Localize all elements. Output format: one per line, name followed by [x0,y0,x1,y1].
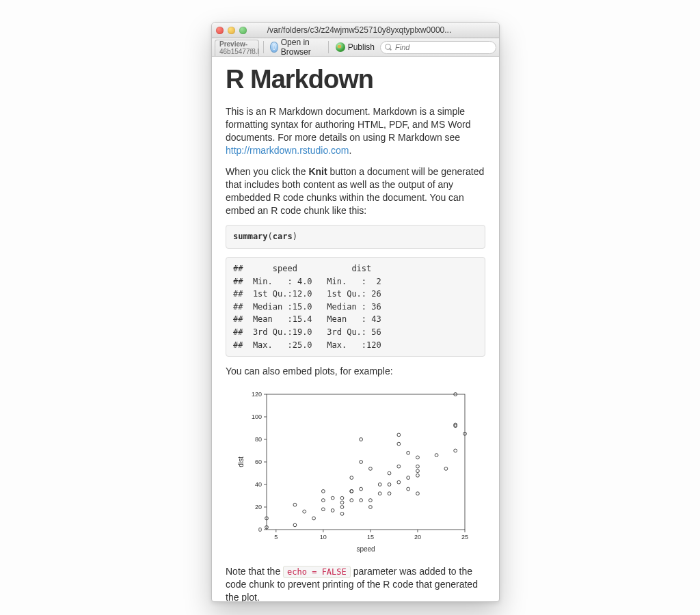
svg-point-42 [350,499,353,502]
svg-text:100: 100 [252,413,262,420]
rmarkdown-link[interactable]: http://rmarkdown.rstudio.com [226,145,349,156]
svg-point-29 [293,523,297,527]
svg-point-71 [444,467,448,471]
svg-text:dist: dist [237,456,245,467]
svg-text:40: 40 [255,481,262,488]
svg-text:120: 120 [252,391,262,398]
svg-text:20: 20 [255,504,262,510]
svg-point-46 [360,499,363,502]
svg-point-57 [388,472,391,475]
globe-icon [270,42,278,53]
svg-point-49 [360,438,363,441]
scatter-plot: 510152025020406080100120speeddist [231,386,474,558]
separator [263,41,264,53]
svg-text:speed: speed [356,545,375,553]
close-icon[interactable] [216,27,224,34]
svg-point-61 [397,433,401,437]
preview-window: /var/folders/c3/z24wjmw525710y8yxqtyplxw… [211,22,500,602]
svg-text:25: 25 [461,534,468,541]
svg-point-56 [388,483,391,487]
svg-point-65 [416,492,420,495]
publish-label: Publish [348,42,375,52]
zoom-icon[interactable] [239,27,247,34]
titlebar: /var/folders/c3/z24wjmw525710y8yxqtyplxw… [212,23,499,38]
open-in-browser-label: Open in Browser [281,38,321,57]
preview-tab[interactable]: Preview- 46b15477f8.html [215,40,259,56]
publish-icon [336,42,345,52]
preview-tab-line1: Preview- [219,41,254,49]
separator [328,41,329,53]
svg-point-67 [416,469,420,473]
svg-point-36 [331,509,334,512]
svg-text:80: 80 [255,436,262,443]
svg-point-72 [454,449,457,452]
search-icon [385,44,392,51]
svg-point-58 [397,480,401,484]
svg-text:20: 20 [414,534,421,541]
svg-point-38 [340,512,344,516]
svg-point-34 [321,499,325,502]
minimize-icon[interactable] [228,27,235,34]
intro-paragraph: This is an R Markdown document. Markdown… [226,105,485,157]
inline-code-echo: echo = FALSE [283,566,351,578]
traffic-lights [216,27,247,34]
svg-text:5: 5 [274,534,278,541]
svg-point-51 [369,499,373,502]
svg-point-59 [397,465,401,468]
svg-point-31 [303,510,306,513]
svg-rect-0 [267,394,465,530]
svg-text:15: 15 [367,534,374,541]
svg-point-37 [331,496,334,500]
publish-button[interactable]: Publish [333,41,377,53]
svg-point-47 [360,487,363,491]
find-input[interactable] [380,41,496,54]
find-field[interactable] [394,42,492,52]
svg-point-50 [369,506,373,509]
svg-point-53 [378,492,381,495]
echo-false-paragraph: Note that the echo = FALSE parameter was… [226,565,485,602]
svg-point-44 [350,490,353,493]
svg-point-69 [416,456,420,459]
svg-point-39 [340,506,344,509]
svg-point-30 [293,503,297,506]
svg-point-32 [312,517,316,520]
svg-point-55 [388,492,391,495]
code-output-summary: ## speed dist ## Min. : 4.0 Min. : 2 ## … [226,257,485,357]
preview-tab-line2: 46b15477f8.html [219,49,254,56]
toolbar: Preview- 46b15477f8.html Open in Browser… [212,38,499,57]
svg-point-52 [369,467,373,471]
svg-text:60: 60 [255,459,262,465]
svg-point-63 [407,476,410,480]
svg-point-33 [321,508,325,511]
svg-point-70 [435,454,438,457]
svg-point-60 [397,442,401,446]
svg-text:10: 10 [320,534,327,541]
svg-point-35 [321,490,325,493]
svg-point-45 [350,476,353,480]
svg-point-40 [340,501,344,504]
svg-text:0: 0 [258,526,262,533]
svg-point-54 [378,483,381,487]
knit-bold: Knit [308,166,327,177]
knit-paragraph: When you click the Knit button a documen… [226,165,485,217]
open-in-browser-button[interactable]: Open in Browser [267,36,324,58]
code-block-summary: summary(cars) [226,225,485,249]
svg-point-48 [360,461,363,464]
svg-point-62 [407,487,410,491]
page-title: R Markdown [226,62,485,97]
svg-point-66 [416,474,420,477]
plot-intro-paragraph: You can also embed plots, for example: [226,365,485,378]
svg-point-64 [407,451,410,454]
svg-point-41 [340,496,344,500]
svg-point-68 [416,465,420,468]
window-title: /var/folders/c3/z24wjmw525710y8yxqtyplxw… [254,25,495,35]
document-body: R Markdown This is an R Markdown documen… [212,57,499,602]
